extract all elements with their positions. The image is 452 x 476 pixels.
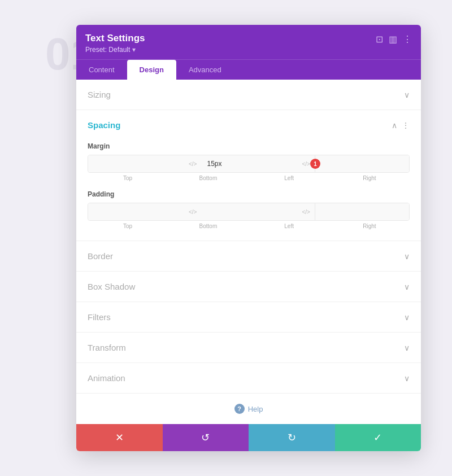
section-spacing: Spacing ∧ ⋮ Margin </> bbox=[76, 110, 421, 241]
margin-inputs-row: </> </> 1 </> bbox=[88, 155, 410, 173]
section-border-title: Border bbox=[88, 251, 113, 261]
padding-bottom-input[interactable] bbox=[201, 203, 297, 220]
text-settings-modal: Text Settings Preset: Default ▾ ⊡ ▥ ⋮ Co… bbox=[76, 25, 421, 451]
header-icons: ⊡ ▥ ⋮ bbox=[376, 34, 412, 45]
padding-inputs-row: </> </> </> bbox=[88, 203, 410, 221]
padding-labels: Top Bottom Left Right bbox=[88, 223, 410, 229]
padding-top-label: Top bbox=[88, 223, 168, 229]
margin-left-group: </> bbox=[315, 155, 410, 172]
margin-labels: Top Bottom Left Right bbox=[88, 175, 410, 181]
help-icon: ? bbox=[234, 404, 245, 414]
padding-top-group: </> bbox=[88, 203, 201, 220]
section-sizing-title: Sizing bbox=[88, 90, 111, 99]
padding-top-input[interactable] bbox=[88, 203, 184, 220]
margin-top-bottom-labels: Top Bottom bbox=[88, 175, 249, 181]
more-icon[interactable]: ⋮ bbox=[403, 34, 412, 45]
modal-footer: ✕ ↺ ↻ ✓ bbox=[76, 424, 421, 451]
redo-button[interactable]: ↻ bbox=[249, 424, 335, 451]
section-box-shadow-header[interactable]: Box Shadow ∨ bbox=[76, 272, 421, 302]
margin-top-code-icon[interactable]: </> bbox=[184, 155, 201, 172]
cancel-button[interactable]: ✕ bbox=[76, 424, 163, 451]
header-title-area: Text Settings Preset: Default ▾ bbox=[85, 33, 145, 54]
modal-title: Text Settings bbox=[85, 33, 145, 44]
margin-bottom-label: Bottom bbox=[168, 175, 248, 181]
margin-top-input[interactable] bbox=[88, 155, 184, 172]
margin-right-label: Right bbox=[329, 175, 410, 181]
padding-bottom-label: Bottom bbox=[168, 223, 248, 229]
section-transform: Transform ∨ bbox=[76, 333, 421, 363]
modal-body: Sizing ∨ Spacing ∧ ⋮ Margin bbox=[76, 80, 421, 424]
padding-top-bottom-labels: Top Bottom bbox=[88, 223, 249, 229]
section-box-shadow-title: Box Shadow bbox=[88, 282, 135, 291]
section-transform-title: Transform bbox=[88, 343, 126, 352]
padding-left-group: </> bbox=[315, 203, 410, 220]
padding-bottom-code-icon[interactable]: </> bbox=[297, 203, 314, 220]
section-sizing-header[interactable]: Sizing ∨ bbox=[76, 80, 421, 110]
section-transform-header[interactable]: Transform ∨ bbox=[76, 333, 421, 363]
margin-section: Margin </> </> 1 bbox=[88, 142, 410, 181]
animation-chevron-down-icon: ∨ bbox=[404, 374, 410, 383]
chevron-down-icon: ∨ bbox=[404, 90, 410, 99]
modal-header: Text Settings Preset: Default ▾ ⊡ ▥ ⋮ bbox=[76, 25, 421, 59]
padding-left-input[interactable] bbox=[315, 203, 410, 220]
margin-left-input[interactable] bbox=[315, 155, 410, 172]
help-row: ? Help bbox=[76, 394, 421, 424]
section-sizing: Sizing ∨ bbox=[76, 80, 421, 110]
padding-right-label: Right bbox=[329, 223, 410, 229]
margin-bottom-input[interactable] bbox=[201, 155, 297, 172]
padding-left-label: Left bbox=[249, 223, 329, 229]
spacing-more-icon[interactable]: ⋮ bbox=[402, 121, 410, 130]
margin-left-label: Left bbox=[249, 175, 329, 181]
section-spacing-title: Spacing bbox=[88, 120, 120, 130]
transform-chevron-down-icon: ∨ bbox=[404, 343, 410, 352]
padding-bottom-group: </> bbox=[201, 203, 314, 220]
help-label[interactable]: Help bbox=[248, 405, 263, 413]
box-shadow-chevron-down-icon: ∨ bbox=[404, 282, 410, 291]
section-border-header[interactable]: Border ∨ bbox=[76, 241, 421, 271]
margin-badge: 1 bbox=[310, 159, 320, 169]
margin-left-right-labels: Left Right bbox=[249, 175, 410, 181]
section-animation: Animation ∨ bbox=[76, 363, 421, 394]
padding-label: Padding bbox=[88, 190, 410, 198]
section-animation-header[interactable]: Animation ∨ bbox=[76, 363, 421, 393]
tab-advanced[interactable]: Advanced bbox=[176, 60, 234, 80]
border-chevron-down-icon: ∨ bbox=[404, 252, 410, 261]
margin-bottom-group: </> 1 bbox=[201, 155, 314, 172]
margin-label: Margin bbox=[88, 142, 410, 150]
margin-inputs-wrapper: </> </> 1 </> bbox=[88, 155, 410, 173]
save-button[interactable]: ✓ bbox=[335, 424, 421, 451]
chevron-up-icon[interactable]: ∧ bbox=[392, 121, 397, 130]
tab-design[interactable]: Design bbox=[127, 60, 176, 80]
columns-icon[interactable]: ▥ bbox=[389, 34, 397, 45]
reset-button[interactable]: ↺ bbox=[163, 424, 249, 451]
section-border: Border ∨ bbox=[76, 241, 421, 272]
section-filters-header[interactable]: Filters ∨ bbox=[76, 302, 421, 332]
margin-top-label: Top bbox=[88, 175, 168, 181]
filters-chevron-down-icon: ∨ bbox=[404, 313, 410, 322]
section-animation-title: Animation bbox=[88, 373, 125, 383]
section-box-shadow: Box Shadow ∨ bbox=[76, 272, 421, 302]
section-filters: Filters ∨ bbox=[76, 302, 421, 333]
margin-top-group: </> bbox=[88, 155, 201, 172]
padding-section: Padding </> </> bbox=[88, 190, 410, 229]
tabs-bar: Content Design Advanced bbox=[76, 59, 421, 80]
section-spacing-header[interactable]: Spacing ∧ ⋮ bbox=[76, 110, 421, 140]
padding-top-code-icon[interactable]: </> bbox=[184, 203, 201, 220]
fullscreen-icon[interactable]: ⊡ bbox=[376, 34, 383, 45]
spacing-content: Margin </> </> 1 bbox=[76, 142, 421, 241]
modal-preset: Preset: Default ▾ bbox=[85, 46, 145, 54]
padding-left-right-labels: Left Right bbox=[249, 223, 410, 229]
tab-content[interactable]: Content bbox=[76, 60, 127, 80]
section-spacing-icons: ∧ ⋮ bbox=[392, 121, 410, 130]
section-filters-title: Filters bbox=[88, 312, 111, 322]
